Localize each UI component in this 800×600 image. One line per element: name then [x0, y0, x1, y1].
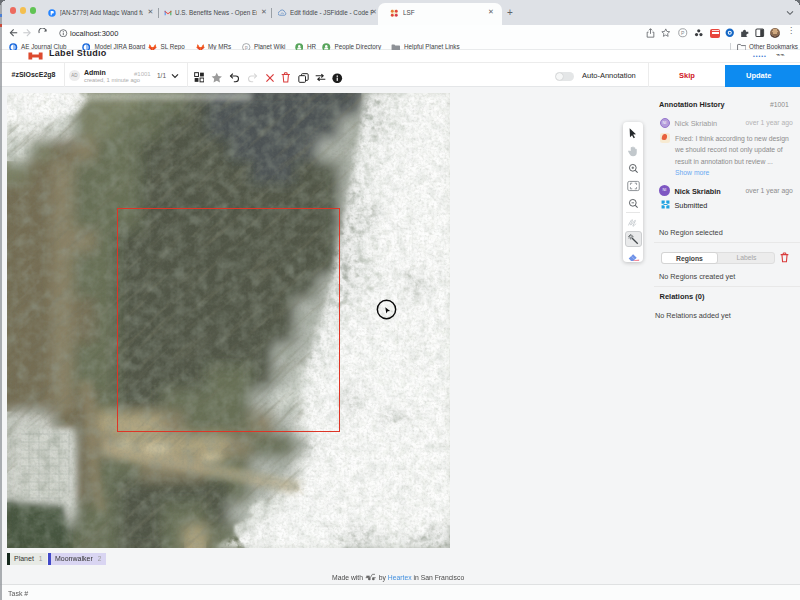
svg-text:P: P: [681, 30, 685, 36]
